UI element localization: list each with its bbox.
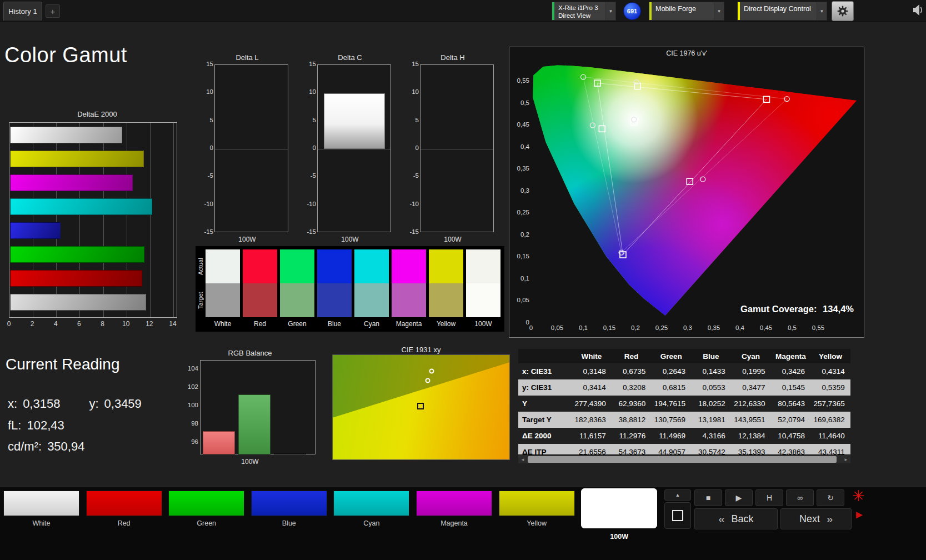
- bottom-swatch-blue[interactable]: Blue: [251, 488, 327, 546]
- add-tab-button[interactable]: +: [46, 4, 60, 18]
- x-axis-label: 100W: [183, 458, 317, 466]
- next-button[interactable]: Next »: [780, 508, 852, 529]
- delta-l-plot: [214, 64, 288, 232]
- next-chevron-icon: »: [827, 513, 833, 526]
- gear-icon: [836, 4, 849, 18]
- table-header-row: WhiteRedGreenBlueCyanMagentaYellow: [518, 349, 850, 363]
- tab-history[interactable]: History 1: [3, 2, 42, 21]
- table-row: x: CIE310,31480,67350,26430,14330,19950,…: [518, 363, 850, 379]
- standby-button[interactable]: [664, 502, 691, 529]
- cie1976-diagram: [531, 55, 859, 323]
- swatch-button-label: Red: [86, 519, 162, 527]
- gamut-coverage: Gamut Coverage: 134,4%: [737, 304, 854, 314]
- deltae-bar-yellow: [10, 151, 144, 167]
- swatch-face: [3, 491, 79, 516]
- cie-x-tick-label: 0,3: [678, 324, 697, 331]
- cie-x-tick-label: 0,2: [626, 324, 645, 331]
- bottom-swatch-green[interactable]: Green: [168, 488, 244, 546]
- swatch-face: [333, 491, 409, 516]
- bottom-swatch-100w[interactable]: 100W: [581, 488, 657, 546]
- cie-y-tick-label: 0,2: [510, 231, 529, 238]
- cie-y-tick-label: 0,45: [510, 121, 529, 128]
- play-button[interactable]: ▶: [725, 489, 753, 506]
- refresh-button[interactable]: ↻: [817, 489, 844, 506]
- swatch-face: [416, 491, 492, 516]
- meter-dropdown[interactable]: X-Rite i1Pro 3 Direct View ▼: [552, 2, 616, 21]
- deltae2000-chart: DeltaE 2000 02468101214: [9, 110, 186, 332]
- delta-bar: [324, 93, 385, 149]
- delta-y-tick-label: 15: [305, 61, 316, 67]
- scroll-left-arrow[interactable]: ◄: [518, 455, 527, 463]
- hold-button[interactable]: H: [755, 489, 783, 506]
- swatch-column-label: Green: [278, 320, 317, 328]
- red-forward-icon[interactable]: ►: [854, 508, 865, 521]
- display-control-dropdown[interactable]: Direct Display Control ▼: [737, 2, 827, 21]
- rgb-bar-blue: [274, 453, 306, 454]
- table-cell: 0,3477: [731, 383, 771, 392]
- swatch-strip: Actual Target WhiteRedGreenBlueCyanMagen…: [196, 246, 504, 332]
- delta-y-tick-label: -15: [408, 228, 419, 235]
- asterisk-icon[interactable]: ✳: [852, 487, 865, 505]
- page-title: Color Gamut: [4, 43, 127, 67]
- table-cell: 11,6157: [572, 432, 612, 440]
- rgb-y-tick-label: 96: [183, 438, 198, 445]
- bottom-swatch-red[interactable]: Red: [86, 488, 162, 546]
- deltae-bar-green: [10, 246, 144, 263]
- cie1931-canvas: [332, 354, 510, 460]
- swatch-actual: [206, 249, 240, 283]
- bottom-swatch-magenta[interactable]: Magenta: [416, 488, 492, 546]
- table-cell: 0,2643: [651, 367, 691, 376]
- control-label: Direct Display Control: [740, 2, 815, 20]
- stop-button[interactable]: ■: [694, 489, 722, 506]
- back-button[interactable]: « Back: [694, 508, 778, 529]
- swatch-column-label: Magenta: [389, 320, 428, 328]
- deltae-bar-blue: [10, 222, 61, 239]
- swatch-face: [168, 491, 244, 516]
- scroll-up-button[interactable]: ▲: [664, 489, 691, 501]
- delta-y-tick-label: 0: [202, 144, 213, 151]
- speaker-icon[interactable]: [913, 4, 925, 18]
- source-label: Mobile Forge: [652, 2, 700, 20]
- table-row: ΔE 200011,615711,297611,49694,316612,138…: [518, 428, 850, 444]
- deltae-x-tick-label: 6: [73, 320, 84, 328]
- fl-value: 102,43: [27, 418, 64, 432]
- bottom-swatch-cyan[interactable]: Cyan: [333, 488, 409, 546]
- readings-table-panel: WhiteRedGreenBlueCyanMagentaYellowx: CIE…: [518, 349, 850, 463]
- swatch-button-label: Magenta: [416, 519, 492, 527]
- cie-plot: [531, 55, 859, 323]
- table-cell: 212,6330: [731, 399, 771, 408]
- bottom-swatch-white[interactable]: White: [3, 488, 79, 546]
- cie1931-chart: CIE 1931 xy: [332, 346, 510, 460]
- settings-button[interactable]: [832, 1, 854, 21]
- meter-line1: X-Rite i1Pro 3: [558, 4, 598, 12]
- measurement-count-badge: 691: [623, 2, 641, 20]
- cdm2-value: 350,94: [47, 439, 84, 453]
- delta-y-tick-label: 10: [305, 88, 316, 95]
- table-scrollbar[interactable]: ◄ ►: [518, 454, 850, 463]
- table-cell: 0,1545: [770, 383, 810, 392]
- table-cell: 11,4640: [810, 432, 850, 440]
- source-dropdown[interactable]: Mobile Forge ▼: [649, 2, 724, 21]
- rgb-balance-chart: RGB Balance 100W 1041021009896: [183, 349, 317, 467]
- loop-button[interactable]: ∞: [786, 489, 814, 506]
- table-cell: 12,1384: [731, 432, 771, 440]
- chart-title: RGB Balance: [183, 349, 317, 357]
- table-cell: 257,7365: [810, 399, 850, 408]
- rgb-y-tick-label: 102: [183, 383, 198, 390]
- target-row-label: Target: [196, 283, 204, 317]
- chart-title: Delta L: [206, 53, 289, 62]
- table-cell: 0,1433: [691, 367, 731, 376]
- chevron-down-icon: ▼: [714, 2, 724, 20]
- swatch-target: [243, 283, 277, 317]
- scrollbar-thumb[interactable]: [528, 456, 837, 463]
- scroll-right-arrow[interactable]: ►: [842, 455, 850, 463]
- deltae-x-tick-label: 2: [27, 320, 38, 328]
- table-cell: 0,0553: [691, 383, 731, 392]
- measured-point: [429, 368, 434, 373]
- table-cell: 0,1995: [731, 367, 771, 376]
- y-value: 0,3459: [104, 397, 142, 411]
- deltae-x-tick-label: 4: [50, 320, 61, 328]
- bottom-swatch-yellow[interactable]: Yellow: [499, 488, 575, 546]
- chart-title: Delta C: [308, 53, 392, 62]
- deltae-x-tick-label: 14: [167, 320, 178, 328]
